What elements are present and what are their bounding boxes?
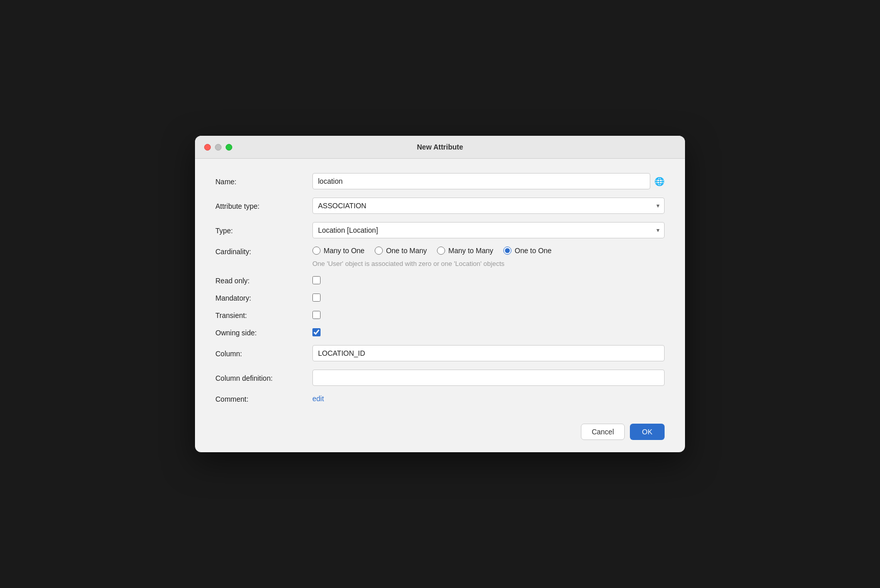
owning-side-label: Owning side:: [215, 328, 312, 337]
column-label: Column:: [215, 349, 312, 358]
button-row: Cancel OK: [215, 424, 665, 440]
radio-many-to-many-input[interactable]: [437, 247, 445, 255]
attribute-type-label: Attribute type:: [215, 201, 312, 210]
dialog-title: New Attribute: [417, 143, 463, 151]
attribute-type-row: Attribute type: ASSOCIATION String Integ…: [215, 198, 665, 214]
attribute-type-select[interactable]: ASSOCIATION String Integer Boolean Date: [312, 198, 665, 214]
read-only-row: Read only:: [215, 276, 665, 285]
radio-one-to-many-input[interactable]: [375, 247, 383, 255]
new-attribute-dialog: New Attribute Name: 🌐 Attribute type: AS…: [195, 136, 685, 452]
owning-side-checkbox-container: [312, 328, 321, 336]
column-definition-label: Column definition:: [215, 373, 312, 382]
name-row: Name: 🌐: [215, 173, 665, 189]
cardinality-label: Cardinality:: [215, 247, 312, 256]
mandatory-label: Mandatory:: [215, 293, 312, 302]
comment-label: Comment:: [215, 394, 312, 403]
name-input[interactable]: [312, 173, 650, 189]
transient-label: Transient:: [215, 310, 312, 320]
read-only-checkbox-container: [312, 276, 321, 284]
read-only-checkbox[interactable]: [312, 276, 321, 284]
close-button[interactable]: [204, 144, 211, 151]
radio-one-to-many[interactable]: One to Many: [375, 247, 427, 255]
radio-one-to-many-label: One to Many: [386, 247, 427, 255]
owning-side-checkbox[interactable]: [312, 328, 321, 336]
radio-one-to-one-input[interactable]: [503, 247, 511, 255]
read-only-label: Read only:: [215, 276, 312, 285]
cardinality-row: Cardinality: Many to One One to Many Man…: [215, 247, 665, 267]
radio-many-to-many[interactable]: Many to Many: [437, 247, 493, 255]
window-controls: [204, 144, 232, 151]
title-bar: New Attribute: [195, 136, 685, 159]
mandatory-checkbox-container: [312, 293, 321, 302]
column-definition-input[interactable]: [312, 370, 665, 386]
radio-one-to-one[interactable]: One to One: [503, 247, 551, 255]
minimize-button[interactable]: [215, 144, 222, 151]
cancel-button[interactable]: Cancel: [581, 424, 625, 440]
radio-many-to-many-label: Many to Many: [448, 247, 493, 255]
ok-button[interactable]: OK: [630, 424, 665, 440]
maximize-button[interactable]: [226, 144, 232, 151]
radio-many-to-one[interactable]: Many to One: [312, 247, 364, 255]
cardinality-options-container: Many to One One to Many Many to Many One…: [312, 247, 552, 267]
column-definition-row: Column definition:: [215, 370, 665, 386]
type-select[interactable]: Location [Location]: [312, 222, 665, 238]
radio-group: Many to One One to Many Many to Many One…: [312, 247, 552, 255]
dialog-content: Name: 🌐 Attribute type: ASSOCIATION Stri…: [195, 159, 685, 452]
type-label: Type:: [215, 226, 312, 235]
comment-row: Comment: edit: [215, 394, 665, 403]
transient-checkbox[interactable]: [312, 311, 321, 319]
owning-side-row: Owning side:: [215, 328, 665, 337]
column-row: Column: LOCATION_ID: [215, 345, 665, 361]
radio-many-to-one-label: Many to One: [324, 247, 364, 255]
type-row: Type: Location [Location] ▾: [215, 222, 665, 238]
radio-one-to-one-label: One to One: [515, 247, 551, 255]
mandatory-row: Mandatory:: [215, 293, 665, 302]
mandatory-checkbox[interactable]: [312, 293, 321, 302]
cardinality-hint: One 'User' object is associated with zer…: [312, 260, 552, 267]
transient-checkbox-container: [312, 311, 321, 319]
comment-edit-link[interactable]: edit: [312, 395, 324, 403]
name-field-container: 🌐: [312, 173, 665, 189]
radio-many-to-one-input[interactable]: [312, 247, 321, 255]
attribute-type-select-container: ASSOCIATION String Integer Boolean Date …: [312, 198, 665, 214]
column-value: LOCATION_ID: [312, 345, 665, 361]
transient-row: Transient:: [215, 310, 665, 320]
type-select-container: Location [Location] ▾: [312, 222, 665, 238]
globe-icon[interactable]: 🌐: [654, 177, 665, 186]
name-label: Name:: [215, 177, 312, 186]
